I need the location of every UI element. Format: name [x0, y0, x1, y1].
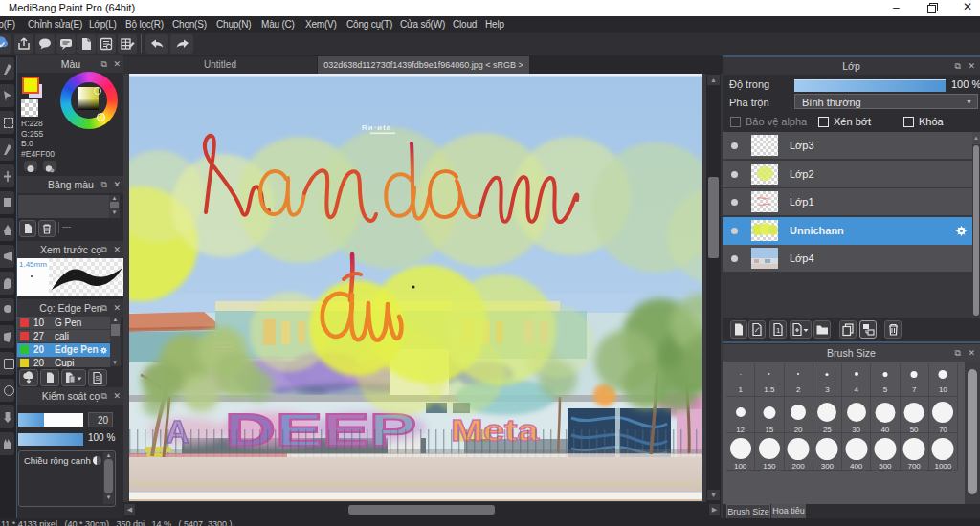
svg-text:Rи⋅иtа: Rи⋅иtа [362, 123, 391, 132]
svg-text:1: 1 [776, 326, 781, 335]
svg-text:S: S [96, 375, 100, 382]
